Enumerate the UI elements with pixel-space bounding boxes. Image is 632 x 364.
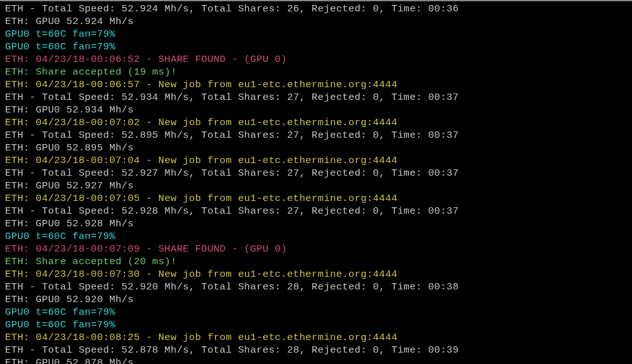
- terminal-line: ETH: GPU0 52.928 Mh/s: [5, 217, 627, 230]
- terminal-line: GPU0 t=60C fan=79%: [5, 40, 627, 53]
- terminal-line: GPU0 t=60C fan=79%: [5, 318, 627, 331]
- terminal-line: GPU0 t=60C fan=79%: [5, 230, 627, 243]
- terminal-line: ETH: GPU0 52.934 Mh/s: [5, 104, 627, 116]
- terminal-line: ETH: 04/23/18-00:07:04 - New job from eu…: [5, 154, 627, 167]
- terminal-line: ETH: 04/23/18-00:06:52 - SHARE FOUND - (…: [5, 53, 627, 66]
- terminal-line: ETH: 04/23/18-00:06:57 - New job from eu…: [5, 78, 627, 91]
- terminal-output[interactable]: ETH - Total Speed: 52.924 Mh/s, Total Sh…: [0, 0, 632, 364]
- terminal-line: ETH - Total Speed: 52.934 Mh/s, Total Sh…: [5, 91, 627, 104]
- terminal-line: GPU0 t=60C fan=79%: [5, 306, 627, 318]
- terminal-line: ETH - Total Speed: 52.895 Mh/s, Total Sh…: [5, 129, 627, 142]
- terminal-line: ETH: 04/23/18-00:07:09 - SHARE FOUND - (…: [5, 243, 627, 255]
- terminal-line: ETH: GPU0 52.895 Mh/s: [5, 142, 627, 154]
- terminal-line: ETH - Total Speed: 52.924 Mh/s, Total Sh…: [5, 3, 627, 15]
- terminal-line: ETH: Share accepted (20 ms)!: [5, 255, 627, 268]
- terminal-line: ETH: Share accepted (19 ms)!: [5, 66, 627, 78]
- terminal-line: ETH - Total Speed: 52.878 Mh/s, Total Sh…: [5, 344, 627, 356]
- terminal-line: ETH - Total Speed: 52.927 Mh/s, Total Sh…: [5, 167, 627, 179]
- terminal-line: ETH: 04/23/18-00:07:02 - New job from eu…: [5, 116, 627, 129]
- terminal-line: ETH - Total Speed: 52.920 Mh/s, Total Sh…: [5, 281, 627, 293]
- terminal-line: GPU0 t=60C fan=79%: [5, 28, 627, 40]
- terminal-line: ETH: 04/23/18-00:08:25 - New job from eu…: [5, 331, 627, 344]
- terminal-line: ETH: GPU0 52.878 Mh/s: [5, 356, 627, 364]
- terminal-line: ETH: GPU0 52.920 Mh/s: [5, 293, 627, 306]
- terminal-line: ETH: 04/23/18-00:07:30 - New job from eu…: [5, 268, 627, 281]
- terminal-line: ETH: GPU0 52.924 Mh/s: [5, 15, 627, 28]
- terminal-line: ETH: GPU0 52.927 Mh/s: [5, 179, 627, 192]
- terminal-line: ETH - Total Speed: 52.928 Mh/s, Total Sh…: [5, 205, 627, 217]
- terminal-line: ETH: 04/23/18-00:07:05 - New job from eu…: [5, 192, 627, 205]
